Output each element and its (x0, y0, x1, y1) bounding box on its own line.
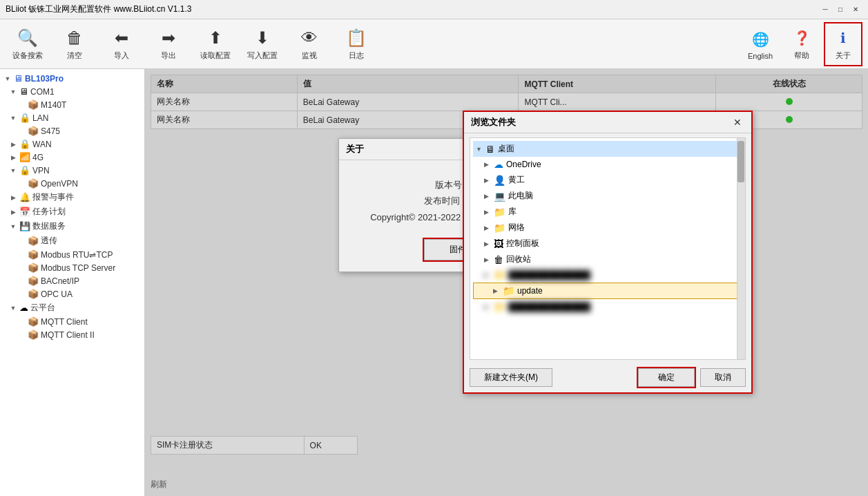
fb-item-blurred1: ▶ 📁 ██████████████ (473, 267, 742, 283)
sidebar-item-s475[interactable]: 📦 S475 (0, 124, 144, 137)
task-icon: 📅 (19, 207, 30, 217)
sidebar-item-root[interactable]: ▼ 🖥 BL103Pro (0, 72, 144, 85)
fb-item-desktop[interactable]: ▼ 🖥 桌面 (473, 141, 742, 157)
import-button[interactable]: ⬅ 导入 (99, 22, 144, 66)
fb-close-button[interactable]: ✕ (731, 117, 744, 128)
sidebar-item-lan[interactable]: ▼ 🔒 LAN (0, 111, 144, 124)
fb-item-controlpanel[interactable]: ▶ 🖼 控制面板 (473, 236, 742, 251)
write-config-icon: ⬇ (251, 27, 273, 49)
maximize-button[interactable]: □ (833, 3, 847, 17)
sidebar-modbus-rtu-label: Modbus RTU⇌TCP (41, 250, 113, 260)
about-dialog-title: 关于 (346, 143, 364, 155)
expand-icon-alarm: ▶ (8, 193, 18, 202)
fb-title-bar: 浏览文件夹 ✕ (464, 112, 751, 133)
fb-scrollbar[interactable] (737, 138, 745, 359)
sidebar-item-openvpn[interactable]: 📦 OpenVPN (0, 177, 144, 190)
sidebar-item-wan[interactable]: ▶ 🔒 WAN (0, 137, 144, 151)
sidebar-item-task[interactable]: ▶ 📅 任务计划 (0, 204, 144, 219)
sidebar-task-label: 任务计划 (32, 206, 66, 218)
expand-icon-cloud: ▼ (8, 303, 18, 313)
monitor-button[interactable]: 👁 监视 (287, 22, 331, 66)
fb-item-huang[interactable]: ▶ 👤 黄工 (473, 172, 742, 188)
fb-tree-area[interactable]: ▼ 🖥 桌面 ▶ ☁ OneDrive ▶ 👤 黄工 (470, 137, 746, 360)
about-icon: ℹ (832, 27, 854, 49)
search-device-button[interactable]: 🔍 设备搜索 (6, 22, 50, 66)
minimize-button[interactable]: ─ (818, 3, 832, 17)
search-device-icon: 🔍 (17, 27, 39, 49)
vpn-icon: 🔒 (19, 165, 30, 175)
fb-expand-desktop: ▼ (476, 146, 485, 153)
sidebar-transparent-label: 透传 (41, 235, 57, 247)
sidebar-item-vpn[interactable]: ▼ 🔒 VPN (0, 164, 144, 177)
sidebar-item-datasvc[interactable]: ▼ 💾 数据服务 (0, 219, 144, 233)
fb-item-library[interactable]: ▶ 📁 库 (473, 204, 742, 220)
fb-icon-blurred2: 📁 (494, 301, 505, 312)
sidebar-item-alarm[interactable]: ▶ 🔔 报警与事件 (0, 190, 144, 204)
sidebar-item-com1[interactable]: ▼ 🖥 COM1 (0, 85, 144, 98)
english-icon: 🌐 (749, 28, 771, 50)
sidebar-item-modbus-rtu[interactable]: 📦 Modbus RTU⇌TCP (0, 248, 144, 261)
fb-icon-onedrive: ☁ (494, 159, 503, 170)
sidebar-item-m140t[interactable]: 📦 M140T (0, 98, 144, 111)
fb-item-recycle[interactable]: ▶ 🗑 回收站 (473, 251, 742, 267)
fb-label-update: update (517, 286, 543, 296)
fb-footer: 新建文件夹(M) 确定 取消 (464, 364, 751, 392)
sidebar-item-4g[interactable]: ▶ 📶 4G (0, 151, 144, 164)
sidebar-alarm-label: 报警与事件 (32, 191, 74, 203)
m140t-icon: 📦 (28, 99, 39, 110)
fb-label-library: 库 (508, 206, 517, 218)
expand-icon-modbus-tcp (17, 263, 26, 273)
fb-icon-update: 📁 (503, 285, 514, 296)
fb-item-thispc[interactable]: ▶ 💻 此电脑 (473, 188, 742, 204)
write-config-label: 写入配置 (247, 50, 278, 61)
4g-icon: 📶 (19, 152, 30, 162)
main-area: ▼ 🖥 BL103Pro ▼ 🖥 COM1 📦 M140T ▼ 🔒 LAN 📦 … (0, 69, 868, 496)
fb-label-blurred2: ██████████████ (508, 302, 590, 312)
sidebar-bacnet-label: BACnet/IP (41, 276, 79, 286)
fb-expand-network: ▶ (484, 225, 494, 231)
export-button[interactable]: ➡ 导出 (146, 22, 191, 66)
sidebar-com1-label: COM1 (30, 87, 55, 97)
com1-icon: 🖥 (19, 86, 28, 97)
write-config-button[interactable]: ⬇ 写入配置 (240, 22, 284, 66)
fb-icon-blurred1: 📁 (494, 269, 505, 280)
alarm-icon: 🔔 (19, 192, 30, 202)
fb-label-network: 网络 (508, 222, 525, 233)
sidebar-item-opc-ua[interactable]: 📦 OPC UA (0, 287, 144, 301)
expand-icon-m140t (17, 100, 26, 110)
fb-cancel-button[interactable]: 取消 (700, 368, 746, 387)
datasvc-icon: 💾 (19, 221, 30, 231)
help-label: 帮助 (794, 50, 809, 61)
sidebar-4g-label: 4G (32, 153, 44, 162)
close-button[interactable]: ✕ (849, 3, 862, 17)
sidebar-item-cloud[interactable]: ▼ ☁ 云平台 (0, 301, 144, 315)
fb-label-blurred1: ██████████████ (508, 270, 590, 280)
sidebar-openvpn-label: OpenVPN (41, 179, 78, 189)
opc-ua-icon: 📦 (28, 289, 39, 299)
mqtt-icon: 📦 (28, 316, 39, 327)
fb-title: 浏览文件夹 (471, 116, 516, 128)
log-button[interactable]: 📋 日志 (334, 22, 378, 66)
fb-label-thispc: 此电脑 (508, 190, 533, 202)
read-config-label: 读取配置 (200, 50, 231, 61)
fb-item-onedrive[interactable]: ▶ ☁ OneDrive (473, 157, 742, 172)
fb-scroll-thumb (737, 141, 744, 182)
sidebar-item-bacnet[interactable]: 📦 BACnet/IP (0, 274, 144, 287)
fb-item-update[interactable]: ▶ 📁 update (473, 283, 742, 299)
clear-button[interactable]: 🗑 清空 (52, 22, 97, 66)
fb-item-network[interactable]: ▶ 📁 网络 (473, 220, 742, 236)
fb-action-buttons: 确定 取消 (638, 368, 746, 387)
fb-confirm-button[interactable]: 确定 (638, 368, 695, 387)
about-button[interactable]: ℹ 关于 (824, 22, 862, 66)
new-folder-button[interactable]: 新建文件夹(M) (470, 368, 552, 387)
sidebar-item-modbus-tcp[interactable]: 📦 Modbus TCP Server (0, 261, 144, 274)
read-config-button[interactable]: ⬆ 读取配置 (193, 22, 238, 66)
help-button[interactable]: ❓ 帮助 (782, 22, 821, 66)
fb-expand-update: ▶ (493, 287, 503, 294)
root-icon: 🖥 (14, 73, 23, 84)
fb-expand-blurred2: ▶ (484, 303, 494, 310)
sidebar-item-mqtt[interactable]: 📦 MQTT Client (0, 315, 144, 328)
english-button[interactable]: 🌐 English (741, 22, 780, 66)
sidebar-item-mqtt2[interactable]: 📦 MQTT Client II (0, 328, 144, 341)
sidebar-item-transparent[interactable]: 📦 透传 (0, 233, 144, 248)
